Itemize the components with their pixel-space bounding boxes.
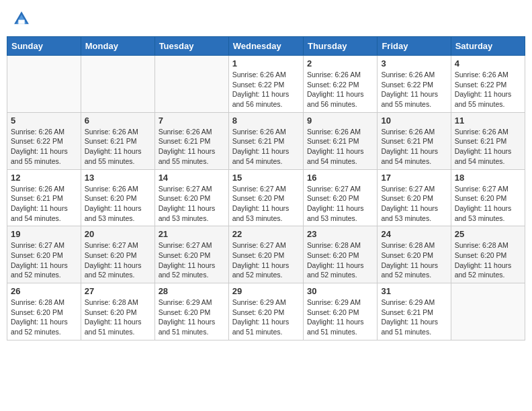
calendar-week-5: 26Sunrise: 6:28 AMSunset: 6:20 PMDayligh… xyxy=(7,283,525,340)
day-number: 14 xyxy=(159,173,225,183)
day-header-thursday: Thursday xyxy=(303,37,377,56)
day-number: 7 xyxy=(159,116,225,126)
calendar-cell xyxy=(154,56,228,113)
day-number: 3 xyxy=(381,58,447,68)
day-detail: Sunrise: 6:26 AMSunset: 6:20 PMDaylight:… xyxy=(85,184,151,224)
calendar-cell: 9Sunrise: 6:26 AMSunset: 6:21 PMDaylight… xyxy=(303,112,377,169)
day-detail: Sunrise: 6:26 AMSunset: 6:22 PMDaylight:… xyxy=(11,127,77,167)
day-number: 16 xyxy=(307,173,373,183)
day-number: 5 xyxy=(11,116,77,126)
calendar-week-4: 19Sunrise: 6:27 AMSunset: 6:20 PMDayligh… xyxy=(7,226,525,283)
day-number: 28 xyxy=(159,286,225,296)
day-detail: Sunrise: 6:26 AMSunset: 6:21 PMDaylight:… xyxy=(11,184,77,224)
calendar-cell: 29Sunrise: 6:29 AMSunset: 6:20 PMDayligh… xyxy=(228,283,303,340)
day-number: 30 xyxy=(307,286,373,296)
day-detail: Sunrise: 6:26 AMSunset: 6:22 PMDaylight:… xyxy=(232,70,300,109)
logo xyxy=(12,9,32,28)
day-header-monday: Monday xyxy=(81,37,154,56)
calendar-cell: 1Sunrise: 6:26 AMSunset: 6:22 PMDaylight… xyxy=(228,56,303,113)
day-number: 26 xyxy=(11,286,77,296)
day-number: 6 xyxy=(85,116,151,126)
day-detail: Sunrise: 6:29 AMSunset: 6:21 PMDaylight:… xyxy=(381,298,447,337)
calendar-cell: 16Sunrise: 6:27 AMSunset: 6:20 PMDayligh… xyxy=(303,169,377,226)
day-header-friday: Friday xyxy=(378,37,451,56)
day-detail: Sunrise: 6:26 AMSunset: 6:21 PMDaylight:… xyxy=(381,127,447,167)
calendar-cell: 12Sunrise: 6:26 AMSunset: 6:21 PMDayligh… xyxy=(7,169,81,226)
day-number: 11 xyxy=(455,116,521,126)
calendar-cell: 25Sunrise: 6:28 AMSunset: 6:20 PMDayligh… xyxy=(451,226,525,283)
day-detail: Sunrise: 6:26 AMSunset: 6:21 PMDaylight:… xyxy=(232,127,300,167)
day-detail: Sunrise: 6:26 AMSunset: 6:21 PMDaylight:… xyxy=(455,127,521,167)
day-number: 31 xyxy=(381,286,447,296)
calendar-cell: 11Sunrise: 6:26 AMSunset: 6:21 PMDayligh… xyxy=(451,112,525,169)
day-number: 9 xyxy=(307,116,373,126)
day-number: 8 xyxy=(232,116,300,126)
day-detail: Sunrise: 6:29 AMSunset: 6:20 PMDaylight:… xyxy=(307,298,373,337)
day-number: 29 xyxy=(232,286,300,296)
calendar-cell: 4Sunrise: 6:26 AMSunset: 6:22 PMDaylight… xyxy=(451,56,525,113)
day-detail: Sunrise: 6:26 AMSunset: 6:21 PMDaylight:… xyxy=(85,127,151,167)
day-number: 17 xyxy=(381,173,447,183)
day-detail: Sunrise: 6:29 AMSunset: 6:20 PMDaylight:… xyxy=(232,298,300,337)
day-detail: Sunrise: 6:28 AMSunset: 6:20 PMDaylight:… xyxy=(381,240,447,280)
day-detail: Sunrise: 6:26 AMSunset: 6:21 PMDaylight:… xyxy=(307,127,373,167)
day-header-tuesday: Tuesday xyxy=(154,37,228,56)
calendar-cell: 15Sunrise: 6:27 AMSunset: 6:20 PMDayligh… xyxy=(228,169,303,226)
day-header-sunday: Sunday xyxy=(7,37,81,56)
calendar-cell xyxy=(7,56,81,113)
calendar-week-2: 5Sunrise: 6:26 AMSunset: 6:22 PMDaylight… xyxy=(7,112,525,169)
svg-rect-2 xyxy=(18,20,24,24)
day-number: 10 xyxy=(381,116,447,126)
day-detail: Sunrise: 6:27 AMSunset: 6:20 PMDaylight:… xyxy=(159,240,225,280)
day-header-saturday: Saturday xyxy=(451,37,525,56)
calendar-cell: 8Sunrise: 6:26 AMSunset: 6:21 PMDaylight… xyxy=(228,112,303,169)
day-detail: Sunrise: 6:28 AMSunset: 6:20 PMDaylight:… xyxy=(85,298,151,337)
days-header-row: SundayMondayTuesdayWednesdayThursdayFrid… xyxy=(7,37,525,56)
day-detail: Sunrise: 6:27 AMSunset: 6:20 PMDaylight:… xyxy=(232,184,300,224)
calendar-cell: 14Sunrise: 6:27 AMSunset: 6:20 PMDayligh… xyxy=(154,169,228,226)
calendar-cell: 10Sunrise: 6:26 AMSunset: 6:21 PMDayligh… xyxy=(378,112,451,169)
day-detail: Sunrise: 6:28 AMSunset: 6:20 PMDaylight:… xyxy=(307,240,373,280)
day-detail: Sunrise: 6:26 AMSunset: 6:21 PMDaylight:… xyxy=(159,127,225,167)
calendar-cell: 2Sunrise: 6:26 AMSunset: 6:22 PMDaylight… xyxy=(303,56,377,113)
day-detail: Sunrise: 6:28 AMSunset: 6:20 PMDaylight:… xyxy=(455,240,521,280)
calendar-cell: 19Sunrise: 6:27 AMSunset: 6:20 PMDayligh… xyxy=(7,226,81,283)
day-number: 4 xyxy=(455,58,521,68)
day-detail: Sunrise: 6:27 AMSunset: 6:20 PMDaylight:… xyxy=(11,240,77,280)
day-detail: Sunrise: 6:27 AMSunset: 6:20 PMDaylight:… xyxy=(307,184,373,224)
calendar-cell: 31Sunrise: 6:29 AMSunset: 6:21 PMDayligh… xyxy=(378,283,451,340)
day-detail: Sunrise: 6:27 AMSunset: 6:20 PMDaylight:… xyxy=(85,240,151,280)
day-number: 19 xyxy=(11,229,77,239)
day-number: 2 xyxy=(307,58,373,68)
calendar-cell: 13Sunrise: 6:26 AMSunset: 6:20 PMDayligh… xyxy=(81,169,154,226)
day-number: 18 xyxy=(455,173,521,183)
page-header xyxy=(7,7,525,31)
calendar-cell: 21Sunrise: 6:27 AMSunset: 6:20 PMDayligh… xyxy=(154,226,228,283)
day-detail: Sunrise: 6:27 AMSunset: 6:20 PMDaylight:… xyxy=(381,184,447,224)
day-number: 13 xyxy=(85,173,151,183)
calendar-cell: 30Sunrise: 6:29 AMSunset: 6:20 PMDayligh… xyxy=(303,283,377,340)
calendar-cell xyxy=(81,56,154,113)
day-number: 22 xyxy=(232,229,300,239)
day-detail: Sunrise: 6:26 AMSunset: 6:22 PMDaylight:… xyxy=(381,70,447,109)
day-number: 15 xyxy=(232,173,300,183)
day-number: 25 xyxy=(455,229,521,239)
day-number: 1 xyxy=(232,58,300,68)
calendar-cell: 18Sunrise: 6:27 AMSunset: 6:20 PMDayligh… xyxy=(451,169,525,226)
calendar-cell: 26Sunrise: 6:28 AMSunset: 6:20 PMDayligh… xyxy=(7,283,81,340)
day-detail: Sunrise: 6:27 AMSunset: 6:20 PMDaylight:… xyxy=(455,184,521,224)
day-number: 20 xyxy=(85,229,151,239)
day-detail: Sunrise: 6:27 AMSunset: 6:20 PMDaylight:… xyxy=(232,240,300,280)
day-detail: Sunrise: 6:26 AMSunset: 6:22 PMDaylight:… xyxy=(307,70,373,109)
day-detail: Sunrise: 6:27 AMSunset: 6:20 PMDaylight:… xyxy=(159,184,225,224)
day-number: 23 xyxy=(307,229,373,239)
day-number: 21 xyxy=(159,229,225,239)
day-header-wednesday: Wednesday xyxy=(228,37,303,56)
calendar-cell: 27Sunrise: 6:28 AMSunset: 6:20 PMDayligh… xyxy=(81,283,154,340)
calendar-cell: 3Sunrise: 6:26 AMSunset: 6:22 PMDaylight… xyxy=(378,56,451,113)
calendar-cell: 20Sunrise: 6:27 AMSunset: 6:20 PMDayligh… xyxy=(81,226,154,283)
calendar-week-1: 1Sunrise: 6:26 AMSunset: 6:22 PMDaylight… xyxy=(7,56,525,113)
calendar-cell: 23Sunrise: 6:28 AMSunset: 6:20 PMDayligh… xyxy=(303,226,377,283)
day-number: 12 xyxy=(11,173,77,183)
day-detail: Sunrise: 6:28 AMSunset: 6:20 PMDaylight:… xyxy=(11,298,77,337)
